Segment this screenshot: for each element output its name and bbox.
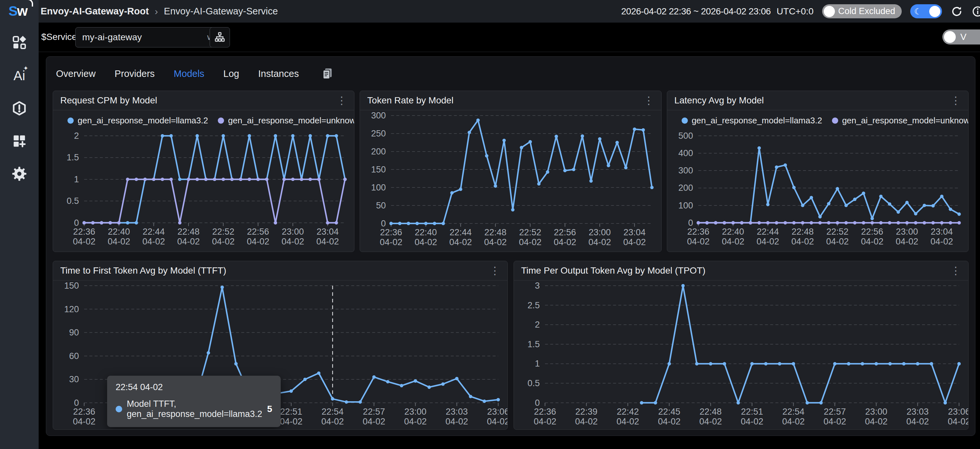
alert-hexagon-icon: [11, 100, 27, 116]
refresh-button[interactable]: [951, 5, 963, 17]
svg-text:04-02: 04-02: [826, 236, 849, 246]
svg-text:22:48: 22:48: [700, 407, 722, 417]
tab-overview[interactable]: Overview: [56, 68, 95, 79]
skywalking-logo[interactable]: Sw: [8, 3, 33, 19]
legend-item[interactable]: gen_ai_response_model=unknown: [832, 116, 969, 126]
kebab-menu-icon[interactable]: ⋮: [951, 95, 961, 106]
timezone-label[interactable]: UTC+0:0: [776, 6, 814, 17]
tab-log[interactable]: Log: [223, 68, 239, 79]
tooltip-series-label: Model TTFT, gen_ai_response_model=llama3…: [127, 399, 262, 419]
tab-models[interactable]: Models: [173, 68, 204, 79]
svg-text:22:56: 22:56: [554, 227, 576, 237]
sparkle-icon: ✦: [23, 65, 29, 72]
topology-icon: [214, 32, 226, 43]
tab-instances[interactable]: Instances: [258, 68, 299, 79]
dashboard-panel: Overview Providers Models Log Instances …: [46, 56, 975, 436]
kebab-menu-icon[interactable]: ⋮: [336, 95, 347, 106]
svg-text:0: 0: [74, 398, 79, 408]
legend-item[interactable]: gen_ai_response_model=llama3.2: [67, 116, 208, 126]
svg-text:04-02: 04-02: [589, 237, 611, 247]
svg-text:100: 100: [371, 182, 386, 192]
chart-tooltip: 22:54 04-02 Model TTFT, gen_ai_response_…: [107, 376, 281, 427]
svg-text:22:56: 22:56: [247, 227, 269, 236]
logo-s: S: [8, 3, 17, 19]
service-select[interactable]: my-ai-gateway ∨: [75, 27, 218, 48]
tpot-chart[interactable]: 00.511.522.5322:3604-0222:3904-0222:4204…: [514, 281, 968, 428]
legend-dot-icon: [218, 117, 224, 124]
svg-text:0: 0: [535, 398, 540, 408]
svg-text:22:36: 22:36: [687, 227, 710, 236]
legend-label: gen_ai_response_model=llama3.2: [692, 116, 822, 126]
svg-text:04-02: 04-02: [575, 417, 598, 427]
cold-excluded-label: Cold Excluded: [838, 6, 895, 16]
svg-text:22:36: 22:36: [380, 227, 402, 237]
sidebar-item-marketplace[interactable]: [0, 130, 39, 152]
svg-text:22:36: 22:36: [534, 407, 556, 417]
legend-label: gen_ai_response_model=unknown: [228, 116, 355, 126]
svg-text:3: 3: [535, 281, 540, 290]
copy-icon: [321, 67, 334, 80]
legend-item[interactable]: gen_ai_response_model=unknown: [218, 116, 355, 126]
svg-text:22:48: 22:48: [791, 227, 814, 236]
dark-mode-toggle[interactable]: ☾: [910, 4, 942, 18]
time-range[interactable]: 2026-04-02 22:36 ~ 2026-04-02 23:06: [621, 6, 771, 17]
svg-text:22:40: 22:40: [722, 227, 744, 236]
chart-title: Latency Avg by Model: [675, 95, 764, 106]
svg-text:22:40: 22:40: [108, 227, 130, 236]
card-header: Token Rate by Model ⋮: [360, 91, 661, 110]
svg-text:60: 60: [69, 351, 79, 361]
svg-text:200: 200: [678, 183, 693, 193]
svg-text:100: 100: [678, 201, 693, 210]
copy-dashboard-button[interactable]: [321, 67, 334, 80]
sidebar-item-dashboards[interactable]: [0, 31, 39, 54]
top-bar: Envoy-AI-Gateway-Root › Envoy-AI-Gateway…: [0, 0, 980, 22]
svg-text:22:54: 22:54: [321, 407, 344, 417]
sidebar: Sw Ai✦: [0, 0, 39, 449]
svg-text:04-02: 04-02: [534, 417, 556, 427]
card-token-rate: Token Rate by Model ⋮ 050100150200250300…: [360, 90, 661, 252]
charts-row-2: Time to First Token Avg by Model (TTFT) …: [53, 261, 969, 430]
view-toggle[interactable]: V: [942, 29, 980, 44]
cold-excluded-toggle[interactable]: Cold Excluded: [822, 4, 902, 18]
refresh-icon: [951, 6, 963, 17]
latency-avg-chart[interactable]: 010020030040050022:3604-0222:4004-0222:4…: [667, 130, 968, 248]
toggle-knob: [944, 31, 956, 43]
svg-text:2.5: 2.5: [527, 300, 540, 310]
svg-text:1.5: 1.5: [67, 152, 79, 162]
svg-text:04-02: 04-02: [906, 417, 929, 427]
svg-text:04-02: 04-02: [791, 236, 814, 246]
legend-item[interactable]: gen_ai_response_model=llama3.2: [682, 116, 822, 126]
svg-text:04-02: 04-02: [519, 237, 542, 247]
svg-text:04-02: 04-02: [756, 236, 779, 246]
kebab-menu-icon[interactable]: ⋮: [490, 265, 500, 276]
info-button[interactable]: [972, 5, 980, 17]
svg-text:04-02: 04-02: [212, 236, 234, 246]
breadcrumb-root[interactable]: Envoy-AI-Gateway-Root: [41, 6, 149, 17]
chart-legend: gen_ai_response_model=llama3.2gen_ai_res…: [53, 110, 354, 130]
breadcrumb-service[interactable]: Envoy-AI-Gateway-Service: [164, 6, 278, 17]
card-header: Time Per Output Token Avg by Model (TPOT…: [514, 261, 968, 281]
legend-dot-icon: [67, 117, 74, 124]
chevron-right-icon: ›: [154, 6, 158, 17]
svg-text:04-02: 04-02: [616, 417, 639, 427]
svg-text:04-02: 04-02: [73, 417, 95, 427]
sidebar-item-ai-assistant[interactable]: Ai✦: [0, 64, 39, 87]
topology-button[interactable]: [210, 27, 230, 48]
tab-providers[interactable]: Providers: [115, 68, 155, 79]
chart-legend: gen_ai_response_model=llama3.2gen_ai_res…: [667, 110, 968, 130]
gear-icon: [11, 166, 27, 182]
charts-row-1: Request CPM by Model ⋮ gen_ai_response_m…: [53, 90, 969, 252]
dashboard-icon: [11, 35, 27, 51]
service-bar: $Service my-ai-gateway ∨ V: [39, 22, 980, 52]
kebab-menu-icon[interactable]: ⋮: [644, 95, 654, 106]
svg-text:04-02: 04-02: [415, 237, 437, 247]
card-header: Latency Avg by Model ⋮: [667, 91, 968, 110]
logo-w: w: [17, 3, 27, 19]
token-rate-chart[interactable]: 05010015020025030022:3604-0222:4004-0222…: [360, 110, 661, 249]
kebab-menu-icon[interactable]: ⋮: [951, 265, 961, 276]
sidebar-item-settings[interactable]: [0, 162, 39, 185]
tooltip-row: Model TTFT, gen_ai_response_model=llama3…: [116, 399, 272, 419]
svg-text:23:04: 23:04: [624, 227, 646, 237]
sidebar-item-alerts[interactable]: [0, 97, 39, 120]
request-cpm-chart[interactable]: 00.511.5222:3604-0222:4004-0222:4404-022…: [53, 130, 354, 248]
